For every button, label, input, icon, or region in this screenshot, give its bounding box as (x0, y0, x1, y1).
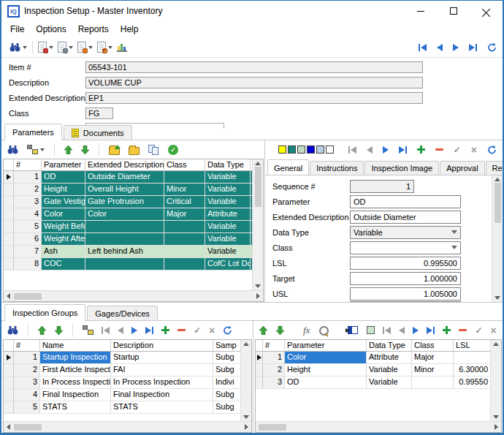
scroll-left-icon[interactable] (7, 293, 10, 299)
item-number-field[interactable]: 05543-101 (85, 61, 423, 73)
nav-first-button[interactable] (348, 146, 356, 154)
scroll-up-icon[interactable] (243, 342, 249, 346)
refresh-button[interactable] (487, 42, 497, 52)
column-header[interactable]: Name (40, 340, 111, 352)
tab-inspection-groups[interactable]: Inspection Groups (4, 304, 85, 321)
grid-layout-button[interactable] (80, 324, 96, 336)
description-field[interactable]: VOLUME CUP (85, 77, 423, 88)
column-header[interactable]: Extended Description (85, 159, 164, 171)
scrollbar-thumb[interactable] (495, 183, 501, 223)
document-tools-button[interactable] (95, 40, 115, 54)
vertical-scrollbar[interactable] (492, 175, 503, 302)
insert-record-button[interactable] (443, 326, 451, 334)
vertical-scrollbar[interactable] (252, 159, 263, 290)
legend-light-blue-swatch[interactable] (316, 145, 324, 154)
document-edit-button[interactable] (75, 40, 95, 54)
vertical-scrollbar[interactable] (240, 340, 251, 421)
move-up-button[interactable] (36, 325, 48, 336)
maximize-button[interactable] (437, 1, 470, 21)
insert-record-button[interactable] (417, 145, 425, 154)
menu-reports[interactable]: Reports (72, 23, 115, 36)
scrollbar-thumb[interactable] (14, 424, 42, 431)
table-row[interactable]: 4 Color Color Major Attribute (4, 208, 252, 221)
column-header[interactable]: Class (164, 159, 205, 171)
legend-white-swatch[interactable] (326, 145, 334, 154)
table-row[interactable]: 3 In Process Inspection In Process Inspe… (4, 377, 240, 389)
nav-prev-button[interactable] (399, 327, 405, 334)
grid-layout-button[interactable] (25, 143, 47, 156)
move-down-button[interactable] (53, 325, 65, 336)
column-header[interactable]: # (263, 340, 285, 352)
table-row[interactable]: 1 OD Outside Diameter Variable (4, 171, 252, 184)
column-header[interactable]: Parameter (285, 340, 367, 352)
nav-last-button[interactable] (469, 44, 477, 51)
nav-prev-button[interactable] (437, 44, 443, 51)
horizontal-scrollbar[interactable] (256, 421, 501, 432)
move-up-button[interactable] (62, 144, 75, 156)
column-header[interactable]: # (14, 159, 42, 171)
column-header[interactable]: Description (111, 340, 213, 352)
horizontal-scrollbar[interactable] (4, 290, 263, 301)
table-row[interactable]: 5 STATS STATS Subg (4, 401, 240, 414)
close-button[interactable] (470, 1, 503, 21)
sequence-field[interactable]: 1 (350, 180, 414, 193)
menu-help[interactable]: Help (115, 23, 145, 36)
table-row[interactable]: 8 COC CofC Lot Doc (4, 258, 252, 271)
table-row[interactable]: 6 Weight After Variable (4, 233, 252, 246)
extended-description-field[interactable]: EP1 (85, 92, 423, 104)
search-button[interactable] (7, 41, 29, 53)
column-header[interactable]: Samp (213, 340, 240, 352)
edit-group-button[interactable] (126, 143, 142, 156)
post-edit-button[interactable]: ✓ (454, 146, 461, 154)
find-group-button[interactable] (5, 324, 20, 336)
nav-prev-button[interactable] (118, 327, 123, 334)
nav-first-button[interactable] (383, 327, 391, 334)
scroll-left-icon[interactable] (7, 424, 10, 430)
nav-next-button[interactable] (453, 44, 459, 51)
table-row[interactable]: 2 Height Variable Minor 6.30000 (256, 364, 490, 377)
table-row[interactable]: 1 Startup Inspection Startup Subg (4, 352, 240, 364)
refresh-button[interactable] (487, 145, 497, 154)
tab-documents[interactable]: Documents (64, 125, 132, 140)
highlight-toggle-button[interactable] (364, 325, 377, 336)
delete-record-button[interactable] (435, 148, 443, 151)
table-row[interactable]: 2 Height Overall Height Minor Variable (4, 184, 252, 196)
class-field[interactable]: FG (85, 107, 113, 119)
nav-first-button[interactable] (102, 327, 110, 334)
formula-button[interactable]: fx (301, 323, 312, 338)
assign-parameters-button[interactable] (345, 325, 360, 336)
menu-options[interactable]: Options (30, 23, 72, 36)
nav-last-button[interactable] (399, 146, 407, 154)
menu-file[interactable]: File (4, 23, 30, 36)
class-select[interactable] (350, 241, 461, 254)
move-down-button[interactable] (274, 325, 286, 336)
scrollbar-thumb[interactable] (14, 293, 42, 300)
post-edit-button[interactable]: ✓ (194, 327, 201, 334)
table-row[interactable]: 4 Final Inspection Final Inspection Subg (4, 389, 240, 401)
cancel-edit-button[interactable]: × (209, 327, 215, 334)
scrollbar-thumb[interactable] (259, 424, 286, 431)
chart-settings-button[interactable] (115, 41, 129, 53)
cancel-edit-button[interactable]: × (471, 146, 477, 154)
nav-next-button[interactable] (383, 146, 389, 154)
nav-first-button[interactable] (419, 44, 427, 51)
scroll-down-icon[interactable] (255, 284, 261, 288)
nav-next-button[interactable] (131, 327, 137, 334)
nav-next-button[interactable] (413, 327, 419, 334)
table-row[interactable]: 5 Weight Before Variable (4, 221, 252, 233)
minimize-button[interactable] (404, 1, 437, 21)
find-parameter-button[interactable] (5, 143, 20, 156)
tab-realtime[interactable]: RealTi (486, 161, 504, 175)
nav-last-button[interactable] (145, 327, 153, 334)
vertical-scrollbar[interactable] (490, 340, 501, 421)
nav-last-button[interactable] (427, 327, 435, 334)
move-up-button[interactable] (257, 325, 270, 336)
extended-description-field[interactable]: Outside Diameter (350, 211, 461, 224)
scroll-down-icon[interactable] (493, 415, 499, 419)
data-type-select[interactable]: Variable (350, 226, 461, 239)
tab-instructions[interactable]: Instructions (310, 161, 364, 175)
scroll-up-icon[interactable] (495, 178, 500, 181)
delete-record-button[interactable] (177, 329, 186, 331)
legend-yellow-swatch[interactable] (278, 145, 286, 154)
document-report-button[interactable] (36, 40, 56, 54)
